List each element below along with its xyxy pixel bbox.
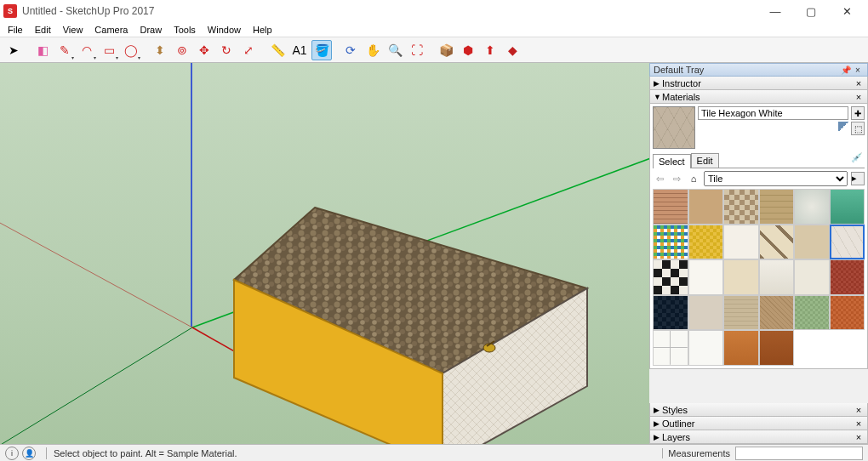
rectangle-tool[interactable]: ▭	[99, 40, 119, 60]
maximize-button[interactable]: ▢	[793, 0, 829, 22]
tray-pin-icon[interactable]: 📌	[840, 65, 852, 75]
color-corner-icon[interactable]	[838, 122, 848, 132]
tile[interactable]	[794, 295, 830, 331]
component-tool[interactable]: 📦	[436, 40, 456, 60]
pan-tool[interactable]: ✋	[363, 40, 383, 60]
tile[interactable]	[688, 295, 724, 331]
default-material-icon[interactable]: ⬚	[851, 122, 865, 135]
tile[interactable]	[723, 189, 759, 225]
panel-instructor[interactable]: ▶ Instructor ×	[649, 77, 868, 90]
default-tray: Default Tray 📌 × ▶ Instructor × ▼ Materi…	[649, 63, 868, 444]
tray-close-icon[interactable]: ×	[852, 65, 864, 75]
tile[interactable]	[653, 225, 688, 260]
toolbar: ➤◧✎◠▭◯⬍⊚✥↻⤢📏A1🪣⟳✋🔍⛶📦⬢⬆◆	[0, 37, 868, 63]
menu-edit[interactable]: Edit	[29, 24, 57, 36]
tile[interactable]	[688, 225, 724, 260]
tile[interactable]	[794, 189, 830, 225]
nav-home-icon[interactable]: ⌂	[687, 172, 700, 185]
tile[interactable]	[653, 259, 688, 295]
minimize-button[interactable]: —	[757, 0, 793, 22]
upload-tool[interactable]: ⬆	[480, 40, 500, 60]
svg-line-1	[0, 327, 192, 444]
tile[interactable]	[794, 259, 830, 295]
window-title: Untitled - SketchUp Pro 2017	[22, 5, 757, 17]
scale-tool[interactable]: ⤢	[238, 40, 259, 60]
material-menu-icon[interactable]: ▸	[851, 172, 865, 185]
close-button[interactable]: ✕	[829, 0, 865, 22]
tile[interactable]	[830, 295, 865, 331]
tile[interactable]	[830, 259, 865, 295]
current-material-swatch[interactable]	[653, 106, 695, 149]
tile[interactable]	[759, 259, 795, 295]
menu-help[interactable]: Help	[247, 24, 278, 36]
statusbar: i 👤 Select object to paint. Alt = Sample…	[0, 444, 868, 461]
tab-select[interactable]: Select	[653, 154, 691, 168]
extension-tool[interactable]: ◆	[502, 40, 523, 60]
material-tiles	[653, 189, 865, 366]
menu-tools[interactable]: Tools	[168, 24, 202, 36]
status-hint: Select object to paint. Alt = Sample Mat…	[54, 448, 237, 458]
tile[interactable]	[723, 295, 759, 331]
move-tool[interactable]: ✥	[194, 40, 214, 60]
eraser-tool[interactable]: ◧	[32, 40, 53, 60]
menu-window[interactable]: Window	[202, 24, 247, 36]
tile[interactable]	[653, 189, 688, 225]
material-name-input[interactable]	[698, 106, 848, 120]
titlebar: S Untitled - SketchUp Pro 2017 — ▢ ✕	[0, 0, 868, 22]
create-material-icon[interactable]: ✚	[851, 106, 865, 120]
tray-header[interactable]: Default Tray 📌 ×	[649, 63, 868, 77]
3dwarehouse-tool[interactable]: ⬢	[458, 40, 478, 60]
nav-back-icon[interactable]: ⇦	[653, 172, 666, 185]
eyedropper-icon[interactable]: 💉	[851, 152, 865, 166]
tile[interactable]	[759, 295, 795, 331]
line-tool[interactable]: ✎	[54, 40, 75, 60]
text-tool[interactable]: A1	[289, 40, 310, 60]
measurements-input[interactable]	[735, 447, 863, 460]
arc-tool[interactable]: ◠	[77, 40, 97, 60]
tile[interactable]	[759, 225, 795, 260]
tile[interactable]	[794, 225, 830, 260]
status-icon-info[interactable]: i	[5, 447, 19, 460]
menu-camera[interactable]: Camera	[89, 24, 134, 36]
tile-selected[interactable]	[830, 225, 865, 260]
materials-panel: ✚ ⬚ Select Edit 💉 ⇦ ⇨ ⌂ Tile ▸	[649, 104, 868, 369]
tile[interactable]	[723, 330, 759, 366]
tile[interactable]	[653, 330, 688, 366]
app-icon: S	[3, 4, 17, 18]
panel-styles[interactable]: ▶Styles ×	[649, 403, 868, 417]
panel-materials[interactable]: ▼ Materials ×	[649, 90, 868, 104]
menu-view[interactable]: View	[57, 24, 89, 36]
measurements-label: Measurements	[662, 448, 735, 458]
menu-file[interactable]: File	[2, 24, 29, 36]
circle-tool[interactable]: ◯	[121, 40, 141, 60]
nav-forward-icon[interactable]: ⇨	[670, 172, 683, 185]
svg-line-3	[0, 191, 192, 327]
rotate-tool[interactable]: ↻	[216, 40, 237, 60]
select-tool[interactable]: ➤	[3, 40, 24, 60]
zoom-tool[interactable]: 🔍	[385, 40, 405, 60]
tile[interactable]	[830, 189, 865, 225]
tape-tool[interactable]: 📏	[267, 40, 288, 60]
tile[interactable]	[723, 259, 759, 295]
material-category-select[interactable]: Tile	[704, 171, 848, 186]
pushpull-tool[interactable]: ⬍	[150, 40, 170, 60]
tab-edit[interactable]: Edit	[691, 153, 719, 168]
tile[interactable]	[723, 225, 759, 260]
tray-title: Default Tray	[654, 65, 704, 75]
tile[interactable]	[759, 189, 795, 225]
tile[interactable]	[688, 189, 724, 225]
viewport[interactable]	[0, 63, 649, 444]
offset-tool[interactable]: ⊚	[172, 40, 192, 60]
panel-layers[interactable]: ▶Layers ×	[649, 430, 868, 444]
panel-outliner[interactable]: ▶Outliner ×	[649, 417, 868, 430]
tile[interactable]	[759, 330, 795, 366]
menu-draw[interactable]: Draw	[134, 24, 168, 36]
tile[interactable]	[688, 330, 724, 366]
tile[interactable]	[688, 259, 724, 295]
tile[interactable]	[653, 295, 688, 331]
orbit-tool[interactable]: ⟳	[340, 40, 361, 60]
paint-tool[interactable]: 🪣	[311, 40, 332, 60]
menubar: File Edit View Camera Draw Tools Window …	[0, 22, 868, 37]
status-icon-user[interactable]: 👤	[22, 447, 36, 460]
zoom-extents-tool[interactable]: ⛶	[407, 40, 427, 60]
